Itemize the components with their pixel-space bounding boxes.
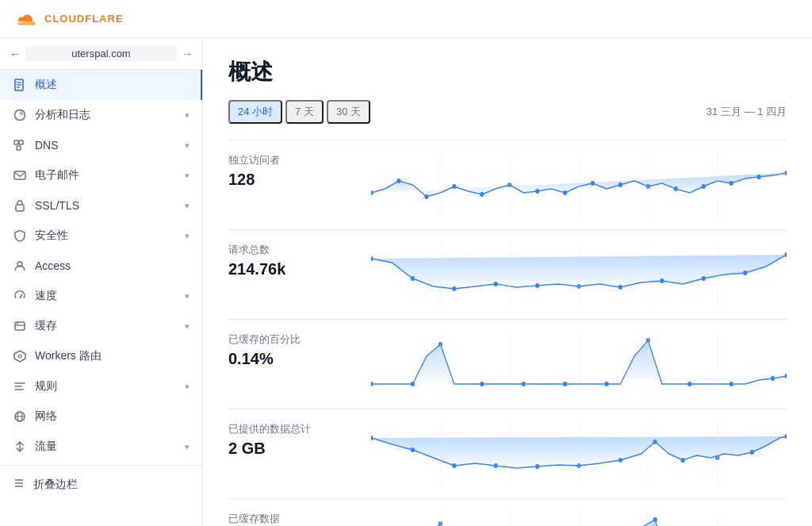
time-tabs-group: 24 小时 7 天 30 天 [228,100,370,124]
svg-point-68 [784,374,787,378]
sidebar-item-dns[interactable]: DNS ▾ [0,130,202,160]
sidebar-item-label: 缓存 [35,319,177,333]
page-title: 概述 [228,57,787,87]
access-icon [13,259,27,273]
tab-24h[interactable]: 24 小时 [228,100,282,124]
svg-rect-6 [19,140,23,144]
stat-info-data-served: 已提供的数据总计 2 GB [228,422,355,486]
sidebar-item-analytics[interactable]: 分析和日志 ▾ [0,100,202,130]
app-layout: ← uterspal.com → 概述 分析和日志 ▾ DNS ▾ [0,38,812,526]
chevron-down-icon: ▾ [185,110,190,121]
tab-7d[interactable]: 7 天 [285,100,324,124]
svg-point-35 [784,171,787,175]
svg-point-23 [452,184,456,189]
svg-point-74 [371,436,373,440]
sidebar-item-traffic[interactable]: 流量 ▾ [0,432,202,462]
cloudflare-logo-icon [13,11,38,27]
sidebar-item-access[interactable]: Access [0,251,202,281]
svg-point-60 [480,382,484,386]
domain-navigation: ← uterspal.com → [0,38,202,70]
svg-point-49 [702,276,706,281]
sidebar-item-speed[interactable]: 速度 ▾ [0,281,202,311]
nav-back-arrow[interactable]: ← [10,48,21,60]
svg-point-80 [619,458,622,463]
stat-label-cache-percent: 已缓存的百分比 [228,332,355,347]
sidebar-item-cache[interactable]: 缓存 ▾ [0,311,202,341]
svg-point-44 [494,282,498,286]
stat-label-cached-data: 已缓存数据 [228,512,355,526]
stat-info-cache-percent: 已缓存的百分比 0.14% [228,332,355,396]
svg-point-14 [17,323,18,324]
svg-point-43 [452,286,456,291]
sidebar: ← uterspal.com → 概述 分析和日志 ▾ DNS ▾ [0,38,203,526]
chevron-down-icon: ▾ [185,442,190,452]
dns-icon [13,138,27,152]
svg-point-50 [743,271,747,275]
stat-chart-data-served [371,422,787,486]
stat-row-visitors: 独立访问者 128 [228,140,787,229]
chart-icon [13,108,27,122]
stat-row-cached-data: 已缓存数据 2 MB [228,498,787,526]
time-filter-bar: 24 小时 7 天 30 天 31 三月 — 1 四月 [228,100,787,124]
stat-value-visitors: 128 [228,171,355,189]
stat-label-data-served: 已提供的数据总计 [228,422,355,436]
stat-chart-cache-percent [371,332,787,396]
stat-chart-requests [371,243,787,306]
svg-point-24 [480,192,484,197]
domain-name: uterspal.com [25,46,177,61]
svg-line-11 [20,294,22,298]
header: CLOUDFLARE [0,0,812,38]
stat-info-requests: 请求总数 214.76k [228,243,355,306]
svg-rect-9 [16,205,24,211]
svg-rect-12 [15,322,25,330]
svg-point-62 [563,382,567,386]
sidebar-item-email[interactable]: 电子邮件 ▾ [0,160,202,190]
svg-point-41 [371,256,373,261]
nav-forward-arrow[interactable]: → [182,48,193,60]
workers-icon [13,349,27,363]
traffic-icon [13,440,27,454]
sidebar-item-label: 分析和日志 [35,108,177,122]
sidebar-item-label: Access [35,259,190,272]
chevron-down-icon: ▾ [185,291,190,301]
sidebar-item-label: SSL/TLS [35,199,177,212]
svg-point-58 [411,382,415,386]
stat-value-cache-percent: 0.14% [228,350,355,368]
network-icon [13,409,27,424]
sidebar-item-rules[interactable]: 规则 ▾ [0,371,202,401]
collapse-icon [13,477,25,492]
tab-30d[interactable]: 30 天 [327,100,370,124]
svg-point-21 [396,179,400,183]
sidebar-item-label: 流量 [35,440,177,454]
shield-icon [13,228,27,243]
svg-point-42 [411,276,415,281]
svg-point-20 [371,190,373,195]
sidebar-item-label: 速度 [35,289,177,303]
sidebar-item-network[interactable]: 网络 [0,401,202,432]
sidebar-item-label: DNS [35,139,177,152]
sidebar-item-overview[interactable]: 概述 [0,70,202,100]
collapse-sidebar-button[interactable]: 折叠边栏 [0,469,202,500]
sidebar-item-security[interactable]: 安全性 ▾ [0,221,202,251]
rules-icon [13,379,27,394]
svg-point-63 [604,382,608,386]
sidebar-item-workers[interactable]: Workers 路由 [0,341,202,371]
svg-point-85 [784,434,787,439]
chevron-down-icon: ▾ [185,231,190,241]
svg-point-48 [660,278,664,283]
svg-point-77 [494,463,498,468]
stat-chart-cached-data [371,512,787,526]
stat-chart-visitors [371,153,787,217]
svg-point-45 [535,283,539,288]
cache-icon [13,319,27,333]
svg-point-29 [619,182,622,187]
sidebar-item-label: Workers 路由 [35,349,190,363]
stat-info-visitors: 独立访问者 128 [228,153,355,217]
stat-label-visitors: 独立访问者 [228,153,355,167]
sidebar-item-ssl[interactable]: SSL/TLS ▾ [0,190,202,221]
svg-marker-15 [14,351,25,362]
sidebar-item-label: 安全性 [35,228,177,243]
speed-icon [13,289,27,303]
svg-point-76 [452,463,456,468]
chevron-down-icon: ▾ [185,171,190,181]
